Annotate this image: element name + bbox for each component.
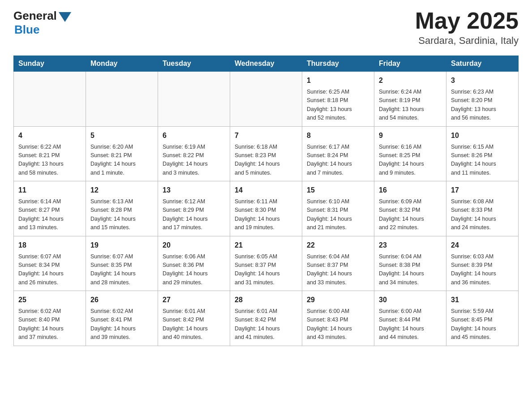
day-info: Sunrise: 6:14 AM Sunset: 8:27 PM Dayligh… (18, 197, 81, 232)
day-info: Sunrise: 6:11 AM Sunset: 8:30 PM Dayligh… (235, 197, 297, 232)
day-info: Sunrise: 6:15 AM Sunset: 8:26 PM Dayligh… (451, 143, 514, 178)
day-number: 18 (18, 240, 81, 251)
day-info: Sunrise: 5:59 AM Sunset: 8:45 PM Dayligh… (451, 307, 514, 342)
calendar-week-row: 1Sunrise: 6:25 AM Sunset: 8:18 PM Daylig… (14, 72, 519, 127)
day-number: 13 (163, 185, 225, 196)
day-number: 12 (90, 185, 153, 196)
calendar-week-row: 4Sunrise: 6:22 AM Sunset: 8:21 PM Daylig… (14, 126, 519, 181)
calendar-cell: 15Sunrise: 6:10 AM Sunset: 8:31 PM Dayli… (302, 181, 374, 236)
day-number: 26 (90, 295, 153, 305)
calendar-cell: 22Sunrise: 6:04 AM Sunset: 8:37 PM Dayli… (302, 236, 374, 291)
weekday-header-thursday: Thursday (302, 56, 374, 72)
weekday-header-monday: Monday (86, 56, 158, 72)
weekday-header-sunday: Sunday (14, 56, 86, 72)
calendar-cell (230, 72, 302, 127)
day-info: Sunrise: 6:07 AM Sunset: 8:35 PM Dayligh… (90, 253, 153, 287)
day-info: Sunrise: 6:04 AM Sunset: 8:38 PM Dayligh… (379, 253, 442, 287)
calendar-cell: 18Sunrise: 6:07 AM Sunset: 8:34 PM Dayli… (14, 236, 86, 291)
day-number: 1 (307, 75, 369, 86)
calendar-cell (158, 72, 230, 127)
day-number: 5 (90, 130, 153, 141)
logo-triangle-icon (59, 12, 71, 22)
calendar-cell: 31Sunrise: 5:59 AM Sunset: 8:45 PM Dayli… (446, 291, 519, 346)
page-header: General Blue May 2025 Sardara, Sardinia,… (13, 9, 519, 47)
title-section: May 2025 Sardara, Sardinia, Italy (415, 9, 519, 47)
day-number: 22 (307, 240, 369, 251)
day-number: 4 (18, 130, 81, 141)
calendar-cell: 21Sunrise: 6:05 AM Sunset: 8:37 PM Dayli… (230, 236, 302, 291)
day-info: Sunrise: 6:20 AM Sunset: 8:21 PM Dayligh… (90, 143, 153, 178)
calendar-cell: 12Sunrise: 6:13 AM Sunset: 8:28 PM Dayli… (86, 181, 158, 236)
day-number: 14 (235, 185, 297, 196)
logo-general-text: General (13, 9, 57, 23)
day-number: 30 (379, 295, 442, 305)
day-number: 3 (451, 75, 514, 86)
day-number: 6 (163, 130, 225, 141)
month-title: May 2025 (415, 9, 519, 32)
day-info: Sunrise: 6:24 AM Sunset: 8:19 PM Dayligh… (379, 88, 442, 123)
day-info: Sunrise: 6:13 AM Sunset: 8:28 PM Dayligh… (90, 197, 153, 232)
day-number: 17 (451, 185, 514, 196)
weekday-header-friday: Friday (374, 56, 446, 72)
calendar-cell: 20Sunrise: 6:06 AM Sunset: 8:36 PM Dayli… (158, 236, 230, 291)
calendar-week-row: 18Sunrise: 6:07 AM Sunset: 8:34 PM Dayli… (14, 236, 519, 291)
calendar-cell: 16Sunrise: 6:09 AM Sunset: 8:32 PM Dayli… (374, 181, 446, 236)
weekday-header-saturday: Saturday (446, 56, 519, 72)
calendar-cell: 6Sunrise: 6:19 AM Sunset: 8:22 PM Daylig… (158, 126, 230, 181)
calendar-cell: 23Sunrise: 6:04 AM Sunset: 8:38 PM Dayli… (374, 236, 446, 291)
day-number: 25 (18, 295, 81, 305)
calendar-cell: 25Sunrise: 6:02 AM Sunset: 8:40 PM Dayli… (14, 291, 86, 346)
calendar-cell: 17Sunrise: 6:08 AM Sunset: 8:33 PM Dayli… (446, 181, 519, 236)
calendar-week-row: 25Sunrise: 6:02 AM Sunset: 8:40 PM Dayli… (14, 291, 519, 346)
day-info: Sunrise: 6:02 AM Sunset: 8:40 PM Dayligh… (18, 307, 81, 342)
day-info: Sunrise: 6:04 AM Sunset: 8:37 PM Dayligh… (307, 253, 369, 287)
logo: General Blue (13, 9, 71, 37)
day-number: 24 (451, 240, 514, 251)
location-text: Sardara, Sardinia, Italy (415, 35, 519, 47)
calendar-cell: 10Sunrise: 6:15 AM Sunset: 8:26 PM Dayli… (446, 126, 519, 181)
day-info: Sunrise: 6:19 AM Sunset: 8:22 PM Dayligh… (163, 143, 225, 178)
day-info: Sunrise: 6:25 AM Sunset: 8:18 PM Dayligh… (307, 88, 369, 123)
day-info: Sunrise: 6:09 AM Sunset: 8:32 PM Dayligh… (379, 197, 442, 232)
calendar-cell: 3Sunrise: 6:23 AM Sunset: 8:20 PM Daylig… (446, 72, 519, 127)
day-number: 29 (307, 295, 369, 305)
weekday-header-tuesday: Tuesday (158, 56, 230, 72)
day-info: Sunrise: 6:02 AM Sunset: 8:41 PM Dayligh… (90, 307, 153, 342)
day-info: Sunrise: 6:07 AM Sunset: 8:34 PM Dayligh… (18, 253, 81, 287)
day-info: Sunrise: 6:16 AM Sunset: 8:25 PM Dayligh… (379, 143, 442, 178)
calendar-cell: 1Sunrise: 6:25 AM Sunset: 8:18 PM Daylig… (302, 72, 374, 127)
day-info: Sunrise: 6:18 AM Sunset: 8:23 PM Dayligh… (235, 143, 297, 178)
day-info: Sunrise: 6:01 AM Sunset: 8:42 PM Dayligh… (163, 307, 225, 342)
calendar-cell: 28Sunrise: 6:01 AM Sunset: 8:42 PM Dayli… (230, 291, 302, 346)
calendar-header-row: SundayMondayTuesdayWednesdayThursdayFrid… (14, 56, 519, 72)
day-number: 21 (235, 240, 297, 251)
calendar-cell: 19Sunrise: 6:07 AM Sunset: 8:35 PM Dayli… (86, 236, 158, 291)
day-number: 16 (379, 185, 442, 196)
day-number: 27 (163, 295, 225, 305)
day-number: 23 (379, 240, 442, 251)
day-info: Sunrise: 6:01 AM Sunset: 8:42 PM Dayligh… (235, 307, 297, 342)
day-info: Sunrise: 6:22 AM Sunset: 8:21 PM Dayligh… (18, 143, 81, 178)
calendar-cell (14, 72, 86, 127)
logo-blue-text: Blue (14, 23, 39, 37)
weekday-header-wednesday: Wednesday (230, 56, 302, 72)
calendar-cell: 7Sunrise: 6:18 AM Sunset: 8:23 PM Daylig… (230, 126, 302, 181)
day-number: 28 (235, 295, 297, 305)
day-number: 19 (90, 240, 153, 251)
calendar-cell: 29Sunrise: 6:00 AM Sunset: 8:43 PM Dayli… (302, 291, 374, 346)
calendar-cell: 5Sunrise: 6:20 AM Sunset: 8:21 PM Daylig… (86, 126, 158, 181)
calendar-cell: 24Sunrise: 6:03 AM Sunset: 8:39 PM Dayli… (446, 236, 519, 291)
day-info: Sunrise: 6:10 AM Sunset: 8:31 PM Dayligh… (307, 197, 369, 232)
day-number: 31 (451, 295, 514, 305)
day-number: 8 (307, 130, 369, 141)
day-number: 9 (379, 130, 442, 141)
calendar-table: SundayMondayTuesdayWednesdayThursdayFrid… (13, 56, 519, 346)
day-info: Sunrise: 6:12 AM Sunset: 8:29 PM Dayligh… (163, 197, 225, 232)
day-number: 7 (235, 130, 297, 141)
day-info: Sunrise: 6:23 AM Sunset: 8:20 PM Dayligh… (451, 88, 514, 123)
calendar-cell: 4Sunrise: 6:22 AM Sunset: 8:21 PM Daylig… (14, 126, 86, 181)
calendar-cell: 8Sunrise: 6:17 AM Sunset: 8:24 PM Daylig… (302, 126, 374, 181)
day-number: 15 (307, 185, 369, 196)
day-info: Sunrise: 6:08 AM Sunset: 8:33 PM Dayligh… (451, 197, 514, 232)
day-info: Sunrise: 6:17 AM Sunset: 8:24 PM Dayligh… (307, 143, 369, 178)
